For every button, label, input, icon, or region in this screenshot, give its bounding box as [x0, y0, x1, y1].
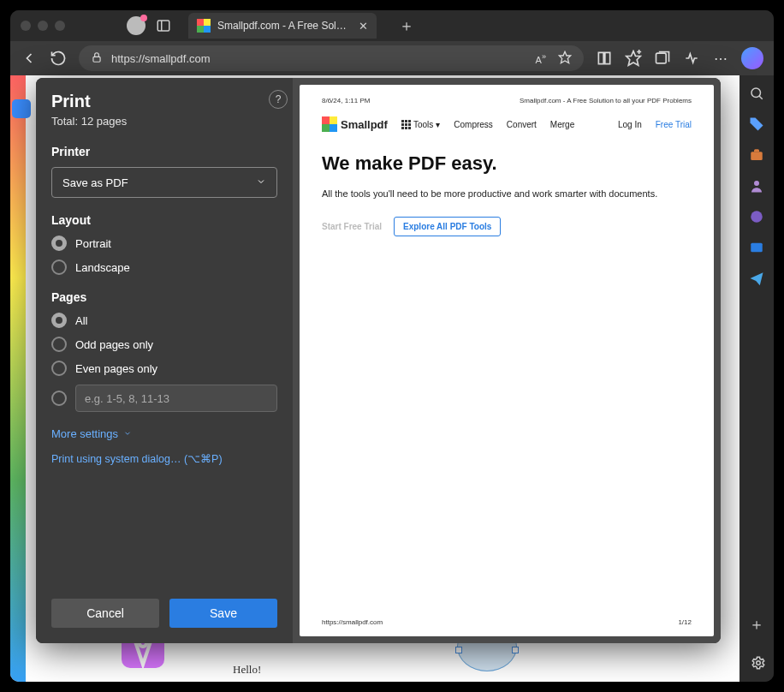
- page-content: Hello! Print Total: 12 pages ? Printer S…: [10, 75, 739, 682]
- system-dialog-link[interactable]: Print using system dialog… (⌥⌘P): [51, 452, 277, 465]
- pages-label: Pages: [51, 290, 277, 304]
- edge-sidebar: ＋: [739, 75, 774, 682]
- svg-point-12: [754, 181, 759, 186]
- tab-close-icon[interactable]: ✕: [359, 20, 368, 33]
- preview-free-trial: Free Trial: [656, 120, 692, 129]
- hello-text: Hello!: [233, 663, 261, 677]
- preview-date: 8/6/24, 1:11 PM: [322, 97, 370, 104]
- lock-icon: [91, 51, 103, 66]
- svg-rect-0: [157, 21, 169, 31]
- profile-avatar-icon[interactable]: [127, 16, 146, 35]
- traffic-lights: [21, 21, 65, 31]
- preview-start-trial: Start Free Trial: [322, 222, 382, 231]
- more-menu-icon[interactable]: ⋯: [712, 50, 729, 67]
- pages-even-label: Even pages only: [75, 362, 157, 375]
- svg-point-9: [751, 88, 761, 98]
- preview-brand: Smallpdf: [341, 118, 388, 131]
- preview-explore: Explore All PDF Tools: [394, 217, 501, 236]
- reading-list-icon[interactable]: [596, 50, 613, 67]
- layout-landscape-label: Landscape: [75, 261, 130, 274]
- save-button[interactable]: Save: [169, 599, 277, 628]
- back-button[interactable]: [21, 50, 38, 67]
- home-tile[interactable]: [12, 99, 31, 118]
- caret-down-icon: ▾: [436, 120, 440, 129]
- favorites-icon[interactable]: [625, 50, 642, 67]
- favorite-star-icon[interactable]: [558, 51, 572, 67]
- chevron-down-icon: [123, 427, 132, 440]
- outlook-icon[interactable]: [749, 240, 764, 255]
- print-title: Print: [51, 92, 277, 111]
- chevron-down-icon: [256, 176, 266, 189]
- preview-login: Log In: [618, 120, 642, 129]
- office-icon[interactable]: [749, 209, 764, 224]
- printer-value: Save as PDF: [62, 176, 128, 189]
- read-aloud-icon[interactable]: A»: [536, 52, 546, 65]
- search-icon[interactable]: [749, 86, 764, 101]
- cancel-button[interactable]: Cancel: [51, 599, 159, 628]
- layout-label: Layout: [51, 213, 277, 227]
- browser-toolbar: https://smallpdf.com A» ⋯: [10, 41, 774, 75]
- preview-logo: Smallpdf: [322, 116, 388, 132]
- preview-body: All the tools you'll need to be more pro…: [322, 187, 692, 201]
- health-icon[interactable]: [683, 50, 700, 67]
- preview-footer-page: 1/12: [678, 618, 692, 626]
- person-icon[interactable]: [749, 178, 764, 194]
- maximize-window-icon[interactable]: [55, 21, 65, 31]
- layout-portrait-option[interactable]: Portrait: [51, 236, 277, 251]
- preview-convert: Convert: [507, 120, 537, 129]
- new-tab-button[interactable]: ＋: [399, 15, 414, 36]
- grid-icon: [401, 120, 411, 129]
- sidebar-toggle-icon[interactable]: [156, 18, 171, 33]
- tab-title: Smallpdf.com - A Free Solution: [217, 20, 352, 32]
- home-strip: [10, 75, 26, 682]
- more-settings-label: More settings: [51, 427, 118, 440]
- print-settings-panel: Print Total: 12 pages ? Printer Save as …: [36, 78, 293, 643]
- refresh-button[interactable]: [50, 50, 67, 67]
- radio-icon: [51, 361, 67, 376]
- radio-icon: [51, 337, 67, 352]
- svg-rect-11: [751, 152, 763, 160]
- browser-tab[interactable]: Smallpdf.com - A Free Solution ✕: [188, 13, 377, 39]
- settings-gear-icon[interactable]: [751, 655, 766, 674]
- help-button[interactable]: ?: [269, 90, 288, 109]
- more-settings-link[interactable]: More settings: [51, 427, 277, 440]
- layout-landscape-option[interactable]: Landscape: [51, 260, 277, 275]
- pages-all-label: All: [75, 314, 87, 327]
- logo-icon: [322, 116, 337, 132]
- radio-selected-icon: [51, 313, 67, 328]
- address-bar[interactable]: https://smallpdf.com A»: [79, 45, 584, 71]
- pages-range-input[interactable]: [75, 385, 277, 412]
- preview-header: Smallpdf.com - A Free Solution to all yo…: [520, 97, 692, 104]
- preview-headline: We make PDF easy.: [322, 152, 692, 175]
- send-icon[interactable]: [749, 271, 764, 286]
- svg-rect-7: [656, 53, 667, 63]
- svg-marker-3: [559, 51, 570, 63]
- copilot-icon[interactable]: [741, 47, 763, 69]
- browser-window: Smallpdf.com - A Free Solution ✕ ＋ https…: [10, 10, 774, 682]
- pages-odd-label: Odd pages only: [75, 338, 153, 351]
- address-url: https://smallpdf.com: [111, 52, 211, 65]
- printer-dropdown[interactable]: Save as PDF: [51, 167, 277, 198]
- svg-point-13: [751, 211, 763, 223]
- preview-ctas: Start Free Trial Explore All PDF Tools: [322, 217, 692, 236]
- preview-footer-url: https://smallpdf.com: [322, 618, 383, 626]
- radio-icon: [51, 391, 67, 406]
- pages-even-option[interactable]: Even pages only: [51, 361, 277, 376]
- preview-compress: Compress: [454, 120, 493, 129]
- svg-rect-14: [751, 243, 763, 253]
- briefcase-icon[interactable]: [749, 147, 764, 163]
- svg-point-15: [757, 661, 761, 665]
- pages-odd-option[interactable]: Odd pages only: [51, 337, 277, 352]
- radio-selected-icon: [51, 236, 67, 251]
- radio-icon: [51, 260, 67, 275]
- close-window-icon[interactable]: [21, 21, 31, 31]
- tab-favicon-icon: [197, 19, 211, 33]
- svg-marker-4: [627, 51, 641, 66]
- collections-icon[interactable]: [654, 50, 671, 67]
- minimize-window-icon[interactable]: [38, 21, 48, 31]
- pages-custom-option[interactable]: [51, 385, 277, 412]
- svg-line-10: [759, 96, 763, 99]
- add-sidebar-icon[interactable]: ＋: [749, 617, 764, 632]
- tag-icon[interactable]: [749, 116, 764, 132]
- pages-all-option[interactable]: All: [51, 313, 277, 328]
